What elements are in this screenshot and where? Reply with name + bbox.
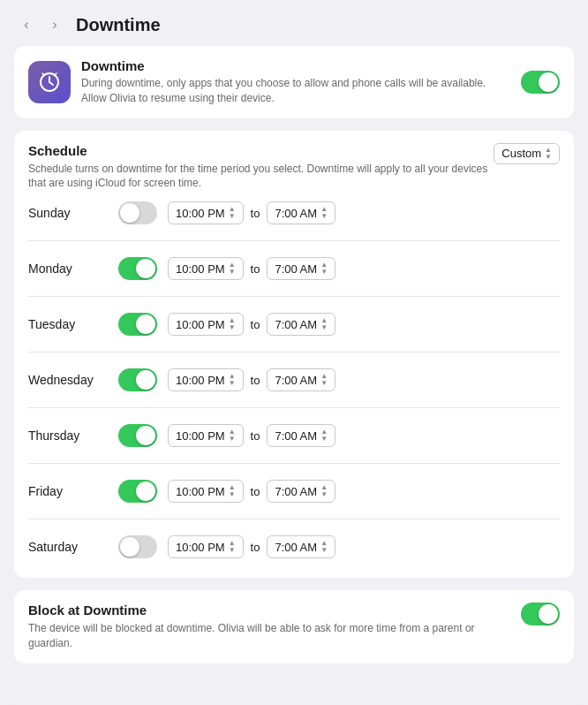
- to-time-picker[interactable]: 7:00 AM ▲ ▼: [267, 368, 335, 391]
- day-divider: [28, 463, 560, 464]
- day-toggle-knob: [136, 315, 155, 334]
- time-section: 10:00 PM ▲ ▼ to 7:00 AM ▲ ▼: [168, 368, 560, 391]
- day-label: Monday: [28, 262, 108, 276]
- from-time-picker[interactable]: 10:00 PM ▲ ▼: [168, 201, 244, 224]
- from-time-chevrons: ▲ ▼: [229, 206, 236, 220]
- downtime-description: During downtime, only apps that you choo…: [81, 76, 510, 106]
- to-time-chevrons: ▲ ▼: [320, 206, 328, 220]
- window: ‹ › Downtime Downtime During downtime, o…: [0, 0, 588, 705]
- schedule-card: Schedule Schedule turns on downtime for …: [14, 131, 574, 579]
- to-time-picker[interactable]: 7:00 AM ▲ ▼: [267, 535, 335, 558]
- day-toggle-knob: [120, 203, 139, 223]
- from-time-value: 10:00 PM: [176, 485, 225, 498]
- to-label: to: [251, 429, 260, 443]
- forward-button[interactable]: ›: [42, 12, 67, 37]
- time-section: 10:00 PM ▲ ▼ to 7:00 AM ▲ ▼: [168, 535, 560, 558]
- time-section: 10:00 PM ▲ ▼ to 7:00 AM ▲ ▼: [168, 480, 560, 503]
- schedule-header: Schedule Schedule turns on downtime for …: [28, 143, 560, 192]
- day-toggle-wednesday[interactable]: [118, 368, 157, 391]
- to-time-value: 7:00 AM: [275, 318, 317, 331]
- schedule-mode-select[interactable]: Custom ▲ ▼: [494, 143, 560, 164]
- to-time-value: 7:00 AM: [275, 262, 317, 276]
- downtime-header-card: Downtime During downtime, only apps that…: [14, 46, 574, 118]
- day-divider: [28, 352, 560, 352]
- to-time-picker[interactable]: 7:00 AM ▲ ▼: [267, 313, 335, 336]
- day-label: Friday: [28, 484, 108, 498]
- day-row: Sunday 10:00 PM ▲ ▼ to 7:00 AM: [28, 194, 560, 231]
- to-label: to: [251, 485, 260, 498]
- day-label: Thursday: [28, 428, 108, 443]
- day-toggle-knob: [120, 537, 139, 557]
- time-section: 10:00 PM ▲ ▼ to 7:00 AM ▲ ▼: [168, 313, 560, 336]
- day-toggle-saturday[interactable]: [118, 535, 157, 558]
- day-row: Saturday 10:00 PM ▲ ▼ to 7:00 AM: [28, 528, 560, 565]
- schedule-title: Schedule: [28, 143, 494, 158]
- from-time-picker[interactable]: 10:00 PM ▲ ▼: [168, 535, 244, 558]
- day-row: Monday 10:00 PM ▲ ▼ to 7:00 AM: [28, 250, 560, 287]
- time-section: 10:00 PM ▲ ▼ to 7:00 AM ▲ ▼: [168, 257, 560, 280]
- day-toggle-track: [118, 480, 157, 503]
- day-divider: [28, 240, 560, 241]
- day-label: Tuesday: [28, 317, 108, 331]
- to-time-picker[interactable]: 7:00 AM ▲ ▼: [267, 424, 335, 447]
- from-time-chevrons: ▲ ▼: [229, 484, 236, 498]
- from-time-chevrons: ▲ ▼: [229, 373, 236, 387]
- day-toggle-track: [118, 313, 157, 336]
- downtime-toggle-knob: [539, 72, 558, 92]
- day-toggle-track: [118, 368, 157, 391]
- to-time-value: 7:00 AM: [275, 207, 317, 220]
- from-time-picker[interactable]: 10:00 PM ▲ ▼: [168, 257, 244, 280]
- block-at-downtime-text: Block at Downtime The device will be blo…: [28, 603, 510, 651]
- time-section: 10:00 PM ▲ ▼ to 7:00 AM ▲ ▼: [168, 424, 560, 447]
- block-at-downtime-card: Block at Downtime The device will be blo…: [14, 590, 574, 663]
- from-time-chevrons: ▲ ▼: [229, 428, 236, 443]
- from-time-chevrons: ▲ ▼: [229, 262, 236, 276]
- day-toggle-monday[interactable]: [118, 257, 157, 280]
- day-row: Wednesday 10:00 PM ▲ ▼ to 7:00 AM: [28, 361, 560, 398]
- from-time-value: 10:00 PM: [176, 207, 225, 220]
- downtime-icon: [28, 61, 71, 103]
- downtime-toggle[interactable]: [521, 71, 560, 94]
- block-at-downtime-description: The device will be blocked at downtime. …: [28, 621, 510, 651]
- day-toggle-friday[interactable]: [118, 480, 157, 503]
- schedule-mode-chevrons: ▲ ▼: [545, 147, 552, 161]
- to-time-picker[interactable]: 7:00 AM ▲ ▼: [267, 201, 335, 224]
- day-toggle-knob: [136, 370, 155, 390]
- svg-line-3: [42, 73, 44, 75]
- to-time-value: 7:00 AM: [275, 429, 317, 443]
- day-rows: Sunday 10:00 PM ▲ ▼ to 7:00 AM: [28, 194, 560, 565]
- from-time-picker[interactable]: 10:00 PM ▲ ▼: [168, 313, 244, 336]
- to-time-picker[interactable]: 7:00 AM ▲ ▼: [267, 257, 335, 280]
- to-time-value: 7:00 AM: [275, 485, 317, 498]
- day-divider: [28, 519, 560, 519]
- day-divider: [28, 296, 560, 297]
- to-time-chevrons: ▲ ▼: [320, 540, 328, 554]
- from-time-chevrons: ▲ ▼: [229, 540, 236, 554]
- to-time-chevrons: ▲ ▼: [320, 317, 328, 331]
- to-time-chevrons: ▲ ▼: [320, 262, 328, 276]
- from-time-picker[interactable]: 10:00 PM ▲ ▼: [168, 424, 244, 447]
- to-label: to: [251, 318, 260, 331]
- svg-line-4: [55, 73, 57, 75]
- from-time-picker[interactable]: 10:00 PM ▲ ▼: [168, 480, 244, 503]
- day-toggle-thursday[interactable]: [118, 424, 157, 447]
- day-toggle-knob: [136, 481, 155, 501]
- day-toggle-tuesday[interactable]: [118, 313, 157, 336]
- time-section: 10:00 PM ▲ ▼ to 7:00 AM ▲ ▼: [168, 201, 560, 224]
- day-row: Thursday 10:00 PM ▲ ▼ to 7:00 AM: [28, 417, 560, 454]
- day-divider: [28, 407, 560, 408]
- to-time-picker[interactable]: 7:00 AM ▲ ▼: [267, 480, 335, 503]
- day-toggle-sunday[interactable]: [118, 201, 157, 224]
- day-toggle-track: [118, 257, 157, 280]
- svg-line-2: [49, 82, 53, 85]
- to-label: to: [251, 207, 260, 220]
- back-button[interactable]: ‹: [14, 12, 39, 37]
- from-time-value: 10:00 PM: [176, 541, 225, 554]
- from-time-value: 10:00 PM: [176, 429, 225, 443]
- block-at-downtime-toggle[interactable]: [521, 603, 560, 625]
- downtime-title: Downtime: [81, 58, 510, 73]
- day-label: Saturday: [28, 540, 108, 554]
- day-toggle-track: [118, 535, 157, 558]
- from-time-value: 10:00 PM: [176, 374, 225, 387]
- from-time-picker[interactable]: 10:00 PM ▲ ▼: [168, 368, 244, 391]
